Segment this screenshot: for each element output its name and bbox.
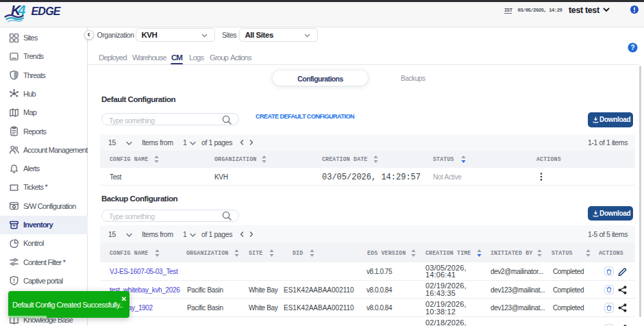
svg-text:EDGE: EDGE [32, 5, 62, 17]
svg-text:?: ? [630, 44, 634, 51]
